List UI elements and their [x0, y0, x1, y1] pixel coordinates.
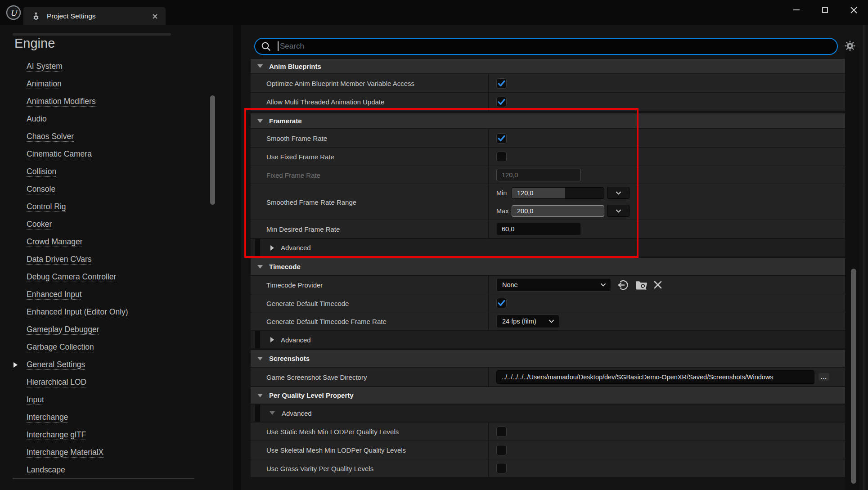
- search-bar[interactable]: [254, 38, 838, 55]
- setting-label: Use Fixed Frame Rate: [266, 153, 334, 161]
- max-dropdown-button[interactable]: [607, 205, 630, 217]
- collapse-arrow-icon[interactable]: [257, 394, 263, 397]
- sidebar-item-label: Input: [27, 395, 44, 405]
- expand-arrow-icon[interactable]: [270, 245, 274, 251]
- collapse-arrow-icon[interactable]: [257, 265, 263, 269]
- section-header-anim-blueprints[interactable]: Anim Blueprints: [251, 59, 845, 73]
- expand-arrow-icon[interactable]: [270, 337, 274, 342]
- checkbox-grass-varity[interactable]: [496, 463, 507, 473]
- min-frame-rate-input[interactable]: 120,0: [512, 187, 604, 199]
- sidebar-item-garbage-collection[interactable]: Garbage Collection: [0, 338, 216, 356]
- tab-project-settings[interactable]: Project Settings: [23, 7, 166, 25]
- sidebar-item-data-driven-cvars[interactable]: Data Driven CVars: [0, 251, 216, 268]
- indent-bar: [255, 405, 260, 422]
- tab-close-icon[interactable]: [151, 13, 158, 20]
- section-header-screenshots[interactable]: Screenshots: [251, 350, 845, 367]
- section-header-timecode[interactable]: Timecode: [251, 258, 845, 275]
- clear-icon[interactable]: [653, 280, 662, 289]
- max-frame-rate-input[interactable]: 200,0: [512, 205, 604, 217]
- sidebar-item-landscape[interactable]: Landscape: [0, 461, 216, 479]
- browse-asset-icon[interactable]: [635, 279, 648, 291]
- maximize-button[interactable]: [810, 0, 839, 20]
- check-icon: [498, 135, 505, 142]
- pane-splitter[interactable]: [233, 25, 241, 490]
- sidebar-item-collision[interactable]: Collision: [0, 163, 216, 180]
- checkbox-static-mesh-min-lod[interactable]: [496, 427, 507, 437]
- collapse-arrow-icon[interactable]: [257, 357, 263, 360]
- use-selected-asset-icon[interactable]: [617, 279, 629, 291]
- settings-gear-icon[interactable]: [844, 40, 856, 52]
- advanced-row-per-quality[interactable]: Advanced: [251, 405, 845, 422]
- sidebar-item-audio[interactable]: Audio: [0, 110, 216, 128]
- minimize-button[interactable]: [782, 0, 810, 20]
- min-dropdown-button[interactable]: [607, 187, 630, 199]
- dropdown-value: None: [502, 281, 597, 288]
- sidebar-item-crowd-manager[interactable]: Crowd Manager: [0, 233, 216, 251]
- column-divider: [488, 148, 489, 166]
- sidebar-item-animation[interactable]: Animation: [0, 75, 216, 93]
- settings-panel: Anim Blueprints Optimize Anim Blueprint …: [241, 25, 868, 490]
- sidebar-item-enhanced-input[interactable]: Enhanced Input: [0, 286, 216, 303]
- input-value: 200,0: [517, 207, 533, 215]
- sidebar-item-label: Interchange: [27, 413, 68, 422]
- sidebar-item-interchange-gltf[interactable]: Interchange glTF: [0, 426, 216, 444]
- checkbox-skeletal-mesh-min-lod[interactable]: [496, 445, 507, 455]
- close-button[interactable]: [839, 0, 868, 20]
- column-divider: [488, 93, 489, 111]
- sidebar-item-control-rig[interactable]: Control Rig: [0, 198, 216, 216]
- sidebar-item-input[interactable]: Input: [0, 391, 216, 409]
- sidebar-item-cooker[interactable]: Cooker: [0, 216, 216, 233]
- minimize-icon: [793, 9, 800, 10]
- unreal-engine-logo-icon: U: [5, 4, 22, 21]
- collapse-arrow-icon[interactable]: [257, 119, 263, 123]
- column-divider: [488, 166, 489, 184]
- sidebar-item-ai-system[interactable]: AI System: [0, 58, 216, 75]
- sidebar-item-label: Collision: [27, 167, 56, 176]
- checkbox-optimize-anim-blueprint[interactable]: [496, 78, 507, 89]
- min-desired-frame-rate-input[interactable]: 60,0: [496, 223, 581, 235]
- sidebar-item-debug-camera-controller[interactable]: Debug Camera Controller: [0, 268, 216, 286]
- advanced-row-timecode[interactable]: Advanced: [251, 331, 845, 348]
- sidebar-item-label: Cinematic Camera: [27, 149, 92, 159]
- section-header-framerate[interactable]: Framerate: [251, 113, 845, 128]
- sidebar-scrollbar[interactable]: [210, 95, 215, 205]
- advanced-label: Advanced: [281, 336, 311, 344]
- sidebar-item-label: Interchange glTF: [27, 430, 86, 440]
- input-value: ../../../../../Users/mamadou/Desktop/dev…: [502, 373, 774, 381]
- search-input[interactable]: [280, 42, 837, 51]
- collapse-arrow-icon[interactable]: [270, 411, 275, 415]
- sidebar-item-chaos-solver[interactable]: Chaos Solver: [0, 128, 216, 145]
- column-divider: [488, 129, 489, 147]
- sidebar-item-general-settings[interactable]: General Settings: [0, 356, 216, 373]
- row-smooth-frame-rate: Smooth Frame Rate: [251, 129, 845, 147]
- sidebar-item-label: Crowd Manager: [27, 237, 83, 247]
- timecode-frame-rate-dropdown[interactable]: 24 fps (film): [496, 315, 559, 328]
- sidebar-item-label: General Settings: [27, 360, 85, 369]
- setting-label: Use Skeletal Mesh Min LODPer Quality Lev…: [266, 446, 406, 454]
- sidebar-item-cinematic-camera[interactable]: Cinematic Camera: [0, 145, 216, 163]
- collapse-arrow-icon[interactable]: [257, 64, 263, 68]
- checkbox-allow-multithreaded[interactable]: [496, 97, 507, 107]
- browse-directory-button[interactable]: ...: [819, 373, 829, 381]
- input-value: 120,0: [502, 171, 518, 179]
- checkbox-generate-default-timecode[interactable]: [496, 298, 507, 308]
- advanced-row-framerate[interactable]: Advanced: [251, 239, 845, 256]
- timecode-provider-dropdown[interactable]: None: [496, 278, 611, 292]
- section-header-per-quality-level[interactable]: Per Quality Level Property: [251, 387, 845, 404]
- sidebar-item-interchange[interactable]: Interchange: [0, 409, 216, 426]
- checkbox-use-fixed-frame-rate[interactable]: [496, 152, 507, 162]
- sidebar-item-hierarchical-lod[interactable]: Hierarchical LOD: [0, 373, 216, 391]
- screenshot-directory-input[interactable]: ../../../../../Users/mamadou/Desktop/dev…: [496, 370, 814, 384]
- main-scrollbar[interactable]: [851, 269, 856, 484]
- sidebar-item-console[interactable]: Console: [0, 180, 216, 198]
- sidebar-item-gameplay-debugger[interactable]: Gameplay Debugger: [0, 321, 216, 338]
- setting-label: Fixed Frame Rate: [266, 171, 320, 179]
- section-title: Timecode: [269, 263, 301, 270]
- checkbox-smooth-frame-rate[interactable]: [496, 133, 507, 144]
- sidebar-item-enhanced-input-editor-only[interactable]: Enhanced Input (Editor Only): [0, 303, 216, 321]
- sidebar-item-animation-modifiers[interactable]: Animation Modifiers: [0, 93, 216, 110]
- sidebar-item-interchange-materialx[interactable]: Interchange MaterialX: [0, 444, 216, 461]
- column-divider: [488, 74, 489, 92]
- setting-label: Generate Default Timecode Frame Rate: [266, 318, 387, 325]
- setting-label: Smooth Frame Rate: [266, 135, 327, 142]
